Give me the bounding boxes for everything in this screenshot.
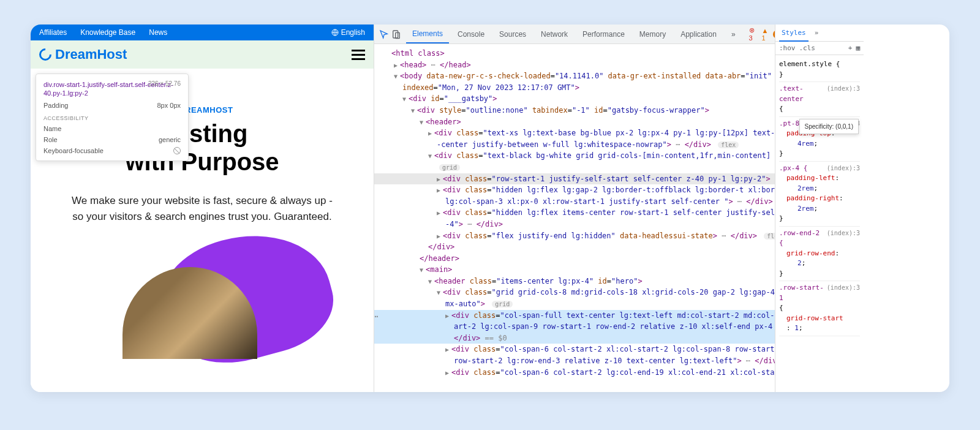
warn-badge[interactable]: ▲ 1	[760, 26, 771, 42]
styles-more[interactable]: »	[812, 25, 821, 40]
nav-affiliates[interactable]: Affiliates	[39, 28, 67, 37]
logo[interactable]: DreamHost	[39, 47, 127, 62]
styles-list[interactable]: element.style {} (index):3.text-center{ …	[775, 55, 864, 339]
hov-toggle[interactable]: :hov	[779, 44, 796, 52]
nav-news[interactable]: News	[149, 28, 167, 37]
tooltip-role-label: Role	[43, 136, 58, 143]
logo-text: DreamHost	[55, 47, 127, 62]
tab-console[interactable]: Console	[451, 26, 491, 43]
hero-illustration	[49, 249, 355, 341]
inspect-tooltip: div.row-start-1.justify-self-start.self-…	[36, 74, 189, 161]
devtools-pane: Elements Console Sources Network Perform…	[374, 25, 864, 392]
tooltip-role-val: generic	[159, 136, 181, 143]
logo-icon	[37, 46, 54, 63]
top-bar: Affiliates Knowledge Base News English	[31, 25, 374, 40]
tab-network[interactable]: Network	[535, 26, 574, 43]
tooltip-padding-label: Padding	[43, 102, 68, 109]
nav-kb[interactable]: Knowledge Base	[80, 28, 135, 37]
menu-button[interactable]	[352, 50, 365, 60]
specificity-tooltip: Specificity: (0,0,1)	[799, 119, 859, 134]
plus-icon[interactable]: +	[848, 44, 853, 52]
tab-sources[interactable]: Sources	[493, 26, 532, 43]
tabs-more[interactable]: »	[725, 26, 742, 43]
tooltip-kf: Keyboard-focusable	[43, 147, 104, 154]
header-row: DreamHost	[31, 40, 374, 69]
computed-icon[interactable]: ▦	[856, 44, 860, 52]
tab-elements[interactable]: Elements	[406, 25, 449, 43]
dom-tree[interactable]: <html class> ▶<head> ⋯ </head> ▼<body da…	[374, 44, 775, 392]
globe-icon	[331, 29, 339, 36]
tab-performance[interactable]: Performance	[576, 26, 631, 43]
inspect-icon[interactable]	[379, 29, 389, 39]
styles-sidebar: Styles » :hov .cls + ▦ element.style {} …	[775, 25, 864, 392]
tooltip-dims: 226 × 52.76	[148, 80, 181, 87]
tooltip-name: Name	[43, 125, 61, 132]
ban-icon	[173, 147, 181, 154]
cls-toggle[interactable]: .cls	[799, 44, 816, 52]
lang-switch[interactable]: English	[331, 28, 365, 37]
tooltip-padding-val: 8px 0px	[157, 102, 181, 109]
hero-subtext: We make sure your website is fast, secur…	[49, 193, 355, 224]
tab-memory[interactable]: Memory	[633, 26, 672, 43]
devtools-tabs: Elements Console Sources Network Perform…	[374, 25, 775, 44]
tab-styles[interactable]: Styles	[779, 25, 809, 42]
error-badge[interactable]: ⊗ 3	[747, 26, 757, 42]
website-pane: Affiliates Knowledge Base News English D…	[31, 25, 374, 392]
lang-label: English	[341, 28, 365, 37]
tooltip-a11y-header: ACCESSIBILITY	[43, 115, 181, 121]
tab-application[interactable]: Application	[674, 26, 723, 43]
device-icon[interactable]	[391, 29, 401, 39]
